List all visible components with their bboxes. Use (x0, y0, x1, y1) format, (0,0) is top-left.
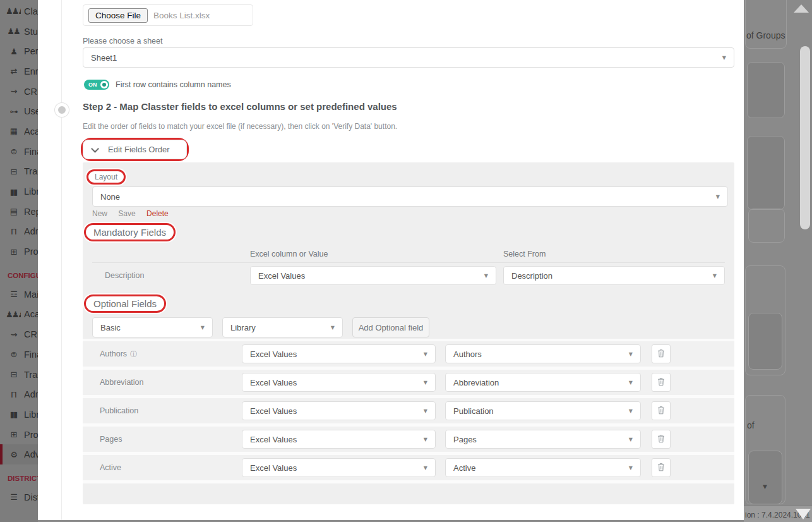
delete-active-button[interactable] (652, 458, 671, 477)
sidebar-item-label: Proto (24, 246, 38, 257)
choose-file-button[interactable]: Choose File (88, 8, 148, 23)
sidebar-item-user[interactable]: ⊶User (0, 101, 38, 121)
optional-category-select[interactable]: Basic ▼ (92, 317, 213, 337)
sidebar-item-trans[interactable]: ⊟Trans (0, 162, 38, 182)
sidebar-item-label: CRM (24, 87, 38, 97)
delete-authors-button[interactable] (652, 344, 671, 363)
sidebar-item-acade[interactable]: ♟♟♟Acade (0, 305, 38, 325)
scroll-up-arrow-icon[interactable] (794, 4, 809, 13)
district-menu-icon: ☰ (6, 492, 21, 502)
transport-settings-icon: ⊟ (6, 370, 21, 379)
sidebar-item-label: Trans (24, 370, 38, 380)
sidebar-item-distri[interactable]: ☰Distri (0, 487, 38, 507)
sidebar-item-label: Repo (24, 207, 38, 217)
publication-excel-column-select[interactable]: Excel Values▼ (242, 401, 436, 420)
sidebar-item-class[interactable]: ♟♟♟Class (0, 1, 38, 21)
sidebar-item-crm[interactable]: ⇝CRM (0, 82, 38, 102)
sidebar-item-admi[interactable]: ΠAdmi (0, 384, 38, 404)
layout-new-link[interactable]: New (92, 209, 107, 218)
sidebar-item-libra[interactable]: ▮▮Libra (0, 181, 38, 202)
sheet-select[interactable]: Sheet1 ▼ (83, 47, 734, 68)
select-value: Library (230, 323, 256, 332)
step-bullet (55, 103, 69, 117)
sidebar-item-adva[interactable]: ⚙Adva (0, 444, 38, 464)
financial-coins-icon: ⊜ (6, 147, 21, 156)
chevron-down-icon: ▼ (331, 325, 335, 331)
edit-fields-order-label: Edit Fields Order (108, 145, 170, 154)
sidebar-section-header: CONFIGU (0, 267, 38, 284)
sidebar-item-crm-s[interactable]: ⇝CRM S (0, 324, 38, 344)
edit-fields-order-button[interactable]: Edit Fields Order (83, 140, 187, 159)
mandatory-row-label: Description (105, 266, 145, 285)
sidebar-item-label: Libra (24, 186, 38, 197)
select-value: Authors (453, 349, 482, 359)
layout-delete-link[interactable]: Delete (146, 209, 169, 218)
publication-select-from-select[interactable]: Publication▼ (445, 401, 641, 420)
delete-abbreviation-button[interactable] (652, 373, 671, 392)
sidebar-item-enrol[interactable]: ⇄Enrol (0, 61, 38, 82)
select-value: Excel Values (250, 378, 297, 387)
sidebar-item-label: Acade (24, 309, 38, 319)
optional-field-row-publication: PublicationExcel Values▼Publication▼ (83, 398, 734, 423)
description-excel-column-select[interactable]: Excel Values ▼ (250, 266, 496, 285)
description-select-from-select[interactable]: Description ▼ (503, 266, 725, 285)
scrollbar-thumb[interactable] (800, 46, 810, 229)
trash-icon (657, 349, 665, 360)
abbreviation-select-from-select[interactable]: Abbreviation▼ (445, 373, 641, 392)
sidebar-item-proto[interactable]: ⊞Proto (0, 241, 38, 262)
chevron-down-icon (91, 145, 99, 153)
toggle-state: ON (88, 82, 97, 88)
sidebar-item-trans[interactable]: ⊟Trans (0, 365, 38, 385)
active-select-from-select[interactable]: Active▼ (445, 458, 641, 477)
optional-field-row-abbreviation: AbbreviationExcel Values▼Abbreviation▼ (83, 370, 734, 395)
sidebar-item-main[interactable]: ☲Main (0, 284, 38, 305)
pages-excel-column-select[interactable]: Excel Values▼ (242, 430, 436, 449)
sidebar-item-finan[interactable]: ⊜Finan (0, 344, 38, 365)
toggle-knob (100, 81, 108, 88)
sidebar-item-proto[interactable]: ⊞Proto (0, 425, 38, 445)
file-input[interactable]: Choose File Books List.xlsx (83, 4, 253, 26)
chevron-down-icon: ▼ (424, 408, 427, 414)
transport-bus-icon: ⊟ (6, 167, 21, 176)
sidebar: ♟♟♟Class♟♟Stude♟Perso⇄Enrol⇝CRM⊶User▦Aca… (0, 0, 38, 522)
optional-fields-heading: Optional Fields (84, 294, 166, 313)
layout-save-link[interactable]: Save (118, 209, 135, 218)
sidebar-item-label: CRM S (24, 329, 38, 339)
groups-count-label: of Groups (746, 30, 785, 40)
pages-select-from-select[interactable]: Pages▼ (445, 430, 641, 449)
sidebar-item-libra[interactable]: ▮▮Libra (0, 404, 38, 425)
authors-excel-column-select[interactable]: Excel Values▼ (242, 344, 436, 363)
active-excel-column-select[interactable]: Excel Values▼ (242, 458, 436, 477)
add-optional-field-button[interactable]: Add Optional field (352, 317, 429, 337)
optional-module-select[interactable]: Library ▼ (222, 317, 343, 337)
scroll-down-arrow-icon[interactable] (796, 509, 811, 519)
select-value: Basic (100, 323, 121, 332)
chevron-down-icon: ▼ (629, 380, 633, 385)
select-value: Excel Values (250, 435, 297, 444)
chevron-down-icon: ▼ (629, 408, 633, 414)
chevron-down-icon: ▼ (722, 55, 726, 61)
sidebar-item-label: User (24, 106, 38, 116)
abbreviation-excel-column-select[interactable]: Excel Values▼ (242, 373, 436, 392)
user-key-icon: ⊶ (6, 107, 21, 116)
layout-actions: New Save Delete (92, 209, 177, 218)
sidebar-section-header: DISTRICT (0, 470, 38, 487)
first-row-toggle-label: First row contains column names (116, 80, 231, 89)
administration-bank-icon: Π (6, 227, 21, 236)
sidebar-item-perso[interactable]: ♟Perso (0, 41, 38, 61)
sidebar-item-admi[interactable]: ΠAdmi (0, 222, 38, 242)
info-icon: ⓘ (130, 350, 137, 358)
sidebar-item-repo[interactable]: ▤Repo (0, 202, 38, 222)
sidebar-item-stude[interactable]: ♟♟Stude (0, 21, 38, 42)
layout-select[interactable]: None ▼ (92, 186, 728, 207)
authors-select-from-select[interactable]: Authors▼ (445, 344, 641, 363)
sidebar-item-acade[interactable]: ▦Acade (0, 121, 38, 142)
first-row-toggle[interactable]: ON (84, 80, 109, 90)
chevron-down-icon: ▼ (629, 437, 633, 442)
sidebar-item-label: Main (24, 289, 38, 300)
advanced-gear-icon: ⚙ (6, 450, 21, 459)
delete-publication-button[interactable] (652, 401, 671, 420)
sidebar-item-finan[interactable]: ⊜Finan (0, 142, 38, 162)
mapping-panel: Layout None ▼ New Save Delete Mandatory … (83, 162, 734, 504)
delete-pages-button[interactable] (652, 430, 671, 449)
